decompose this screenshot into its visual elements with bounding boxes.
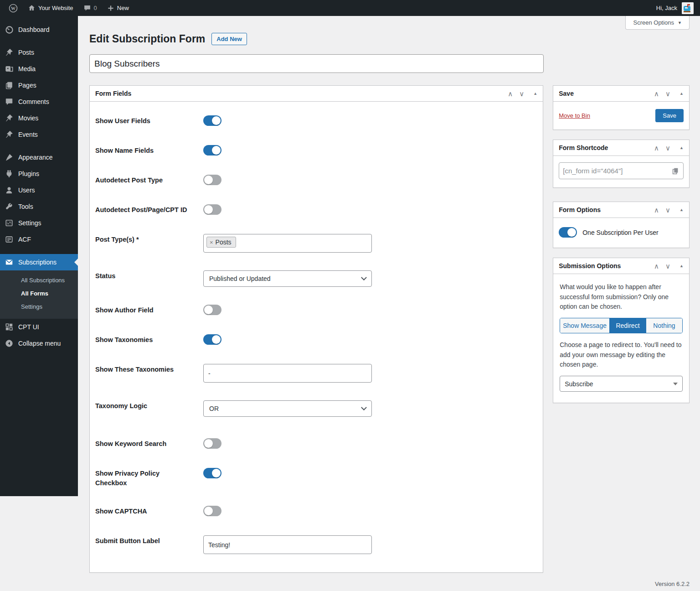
panel-title: Submission Options bbox=[559, 262, 621, 270]
show-captcha-toggle[interactable] bbox=[203, 506, 221, 516]
sidebar-item-settings[interactable]: Settings bbox=[0, 215, 78, 231]
sidebar-item-tools[interactable]: Tools bbox=[0, 198, 78, 215]
pin-icon bbox=[5, 114, 14, 123]
sidebar-item-label: CPT UI bbox=[18, 323, 39, 331]
move-up-icon[interactable]: ∧ bbox=[654, 263, 659, 270]
move-down-icon[interactable]: ∨ bbox=[665, 207, 670, 213]
sidebar-item-events[interactable]: Events bbox=[0, 126, 78, 143]
sidebar-item-acf[interactable]: ACF bbox=[0, 231, 78, 248]
redirect-option[interactable]: Redirect bbox=[609, 318, 646, 333]
move-to-bin-link[interactable]: Move to Bin bbox=[559, 112, 590, 119]
move-up-icon[interactable]: ∧ bbox=[508, 90, 513, 97]
show-message-option[interactable]: Show Message bbox=[560, 318, 609, 333]
panel-title: Save bbox=[559, 90, 574, 97]
show-user-fields-toggle[interactable] bbox=[203, 115, 221, 126]
shortcode-input[interactable] bbox=[563, 167, 671, 175]
redirect-page-select[interactable]: Subscribe bbox=[560, 376, 683, 392]
move-up-icon[interactable]: ∧ bbox=[654, 90, 659, 97]
home-icon bbox=[28, 4, 36, 12]
show-name-fields-toggle[interactable] bbox=[203, 145, 221, 156]
screen-options-button[interactable]: Screen Options ▼ bbox=[625, 16, 690, 30]
submit-button-label-input[interactable] bbox=[203, 535, 372, 554]
sidebar-item-label: Subscriptions bbox=[18, 259, 57, 266]
sidebar-item-label: Collapse menu bbox=[18, 340, 61, 347]
chevron-down-icon bbox=[361, 275, 367, 280]
sidebar-item-cpt-ui[interactable]: CPT UI bbox=[0, 319, 78, 335]
form-options-panel: Form Options ∧ ∨ ▲ One Subscription Per … bbox=[553, 202, 690, 248]
avatar[interactable] bbox=[682, 2, 694, 14]
sidebar-item-posts[interactable]: Posts bbox=[0, 44, 78, 61]
site-name-link[interactable]: Your Website bbox=[24, 0, 77, 16]
submenu-item-settings[interactable]: Settings bbox=[0, 300, 78, 313]
admin-sidebar: Dashboard Posts Media Pages Comments Mov… bbox=[0, 16, 78, 496]
field-row: Taxonomy Logic OR bbox=[95, 400, 537, 417]
move-up-icon[interactable]: ∧ bbox=[654, 207, 659, 213]
toggle-knob bbox=[204, 507, 213, 515]
submenu-item-all-forms[interactable]: All Forms bbox=[0, 287, 78, 300]
move-down-icon[interactable]: ∨ bbox=[665, 263, 670, 270]
new-label: New bbox=[117, 5, 129, 11]
form-options-panel-header[interactable]: Form Options ∧ ∨ ▲ bbox=[553, 202, 689, 218]
remove-tag-icon[interactable]: × bbox=[210, 239, 213, 246]
panel-title: Form Options bbox=[559, 206, 601, 213]
save-panel-header[interactable]: Save ∧ ∨ ▲ bbox=[553, 86, 689, 102]
move-down-icon[interactable]: ∨ bbox=[665, 145, 670, 151]
submission-options-panel-header[interactable]: Submission Options ∧ ∨ ▲ bbox=[553, 258, 689, 274]
taxonomy-logic-select[interactable]: OR bbox=[203, 400, 372, 417]
sidebar-item-label: Tools bbox=[18, 203, 33, 210]
collapse-panel-icon[interactable]: ▲ bbox=[679, 208, 684, 212]
move-down-icon[interactable]: ∨ bbox=[519, 90, 524, 97]
sidebar-item-plugins[interactable]: Plugins bbox=[0, 166, 78, 182]
nothing-option[interactable]: Nothing bbox=[646, 318, 682, 333]
save-button[interactable]: Save bbox=[655, 109, 684, 122]
field-label: Autodetect Post/Page/CPT ID bbox=[95, 204, 203, 215]
sidebar-item-comments[interactable]: Comments bbox=[0, 93, 78, 110]
field-label: Autodetect Post Type bbox=[95, 175, 203, 185]
show-author-field-toggle[interactable] bbox=[203, 305, 221, 315]
sidebar-item-media[interactable]: Media bbox=[0, 61, 78, 77]
collapse-panel-icon[interactable]: ▲ bbox=[533, 92, 537, 96]
status-select[interactable]: Published or Updated bbox=[203, 270, 372, 287]
sidebar-item-users[interactable]: Users bbox=[0, 182, 78, 198]
autodetect-post-type-toggle[interactable] bbox=[203, 175, 221, 185]
wordpress-logo[interactable]: W bbox=[5, 0, 22, 16]
autodetect-post-id-toggle[interactable] bbox=[203, 204, 221, 215]
collapse-panel-icon[interactable]: ▲ bbox=[679, 264, 684, 268]
post-types-input[interactable]: × Posts bbox=[203, 234, 372, 253]
chevron-down-icon bbox=[673, 383, 678, 385]
add-new-button[interactable]: Add New bbox=[211, 33, 247, 45]
new-content-link[interactable]: New bbox=[103, 0, 133, 16]
show-these-taxonomies-input[interactable] bbox=[203, 364, 372, 383]
sidebar-item-subscriptions[interactable]: Subscriptions bbox=[0, 254, 78, 270]
collapse-panel-icon[interactable]: ▲ bbox=[679, 92, 684, 96]
show-taxonomies-toggle[interactable] bbox=[203, 334, 221, 345]
toggle-knob bbox=[204, 306, 213, 314]
field-label: Post Type(s) * bbox=[95, 234, 203, 244]
subscriptions-submenu: All Subscriptions All Forms Settings bbox=[0, 270, 78, 319]
comments-link[interactable]: 0 bbox=[79, 0, 101, 16]
sidebar-item-pages[interactable]: Pages bbox=[0, 77, 78, 93]
form-fields-panel-header[interactable]: Form Fields ∧ ∨ ▲ bbox=[90, 86, 543, 102]
collapse-panel-icon[interactable]: ▲ bbox=[679, 146, 684, 150]
form-title-input[interactable] bbox=[89, 54, 544, 73]
avatar-image bbox=[682, 2, 694, 14]
sidebar-item-label: Dashboard bbox=[18, 26, 50, 33]
account-greeting[interactable]: Hi, Jack bbox=[656, 5, 677, 11]
sidebar-item-label: Settings bbox=[18, 219, 41, 227]
toggle-knob bbox=[212, 469, 221, 477]
sidebar-item-collapse-menu[interactable]: Collapse menu bbox=[0, 335, 78, 352]
wrench-icon bbox=[5, 202, 14, 211]
one-subscription-per-user-toggle[interactable] bbox=[559, 227, 577, 238]
sidebar-item-movies[interactable]: Movies bbox=[0, 110, 78, 126]
show-privacy-policy-toggle[interactable] bbox=[203, 468, 221, 478]
sidebar-item-appearance[interactable]: Appearance bbox=[0, 149, 78, 166]
field-row: Show Name Fields bbox=[95, 145, 537, 157]
submenu-item-all-subscriptions[interactable]: All Subscriptions bbox=[0, 274, 78, 287]
copy-icon[interactable] bbox=[671, 167, 679, 175]
sidebar-item-dashboard[interactable]: Dashboard bbox=[0, 21, 78, 38]
move-down-icon[interactable]: ∨ bbox=[665, 90, 670, 97]
post-type-chip: × Posts bbox=[206, 237, 236, 248]
form-shortcode-panel-header[interactable]: Form Shortcode ∧ ∨ ▲ bbox=[553, 140, 689, 156]
show-keyword-search-toggle[interactable] bbox=[203, 438, 221, 449]
move-up-icon[interactable]: ∧ bbox=[654, 145, 659, 151]
